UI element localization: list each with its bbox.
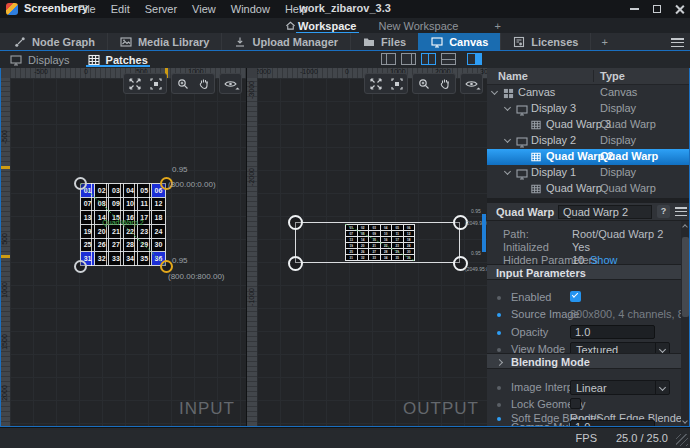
menu-server[interactable]: Server — [145, 3, 177, 15]
tree-row-quad-warp-2[interactable]: Quad Warp 2Quad Warp — [487, 149, 690, 165]
scrollbar-thumb[interactable] — [682, 237, 689, 317]
properties-menu-icon[interactable] — [675, 207, 687, 216]
grid-cell: 02 — [95, 184, 108, 197]
expander-icon[interactable] — [491, 88, 498, 95]
initialized-label: Initialized — [503, 241, 549, 253]
param-dot — [497, 313, 501, 317]
grid-cell: 28 — [124, 239, 137, 252]
gamma-input[interactable] — [570, 420, 655, 427]
section-blending-mode[interactable]: Blending Mode — [487, 353, 690, 369]
scroll-down-icon[interactable] — [682, 418, 688, 424]
grid-cell: 17 — [138, 211, 151, 224]
menu-view[interactable]: View — [192, 3, 216, 15]
add-workspace-button[interactable]: + — [480, 20, 500, 32]
tab-upload-manager[interactable]: Upload Manager — [221, 33, 350, 50]
help-button[interactable]: ? — [657, 205, 670, 218]
section-title: Input Parameters — [496, 267, 586, 279]
grid-cell: 05 — [138, 184, 151, 197]
input-canvas-pane[interactable]: -50005001000 -500500100015002000 — [0, 68, 246, 427]
vertical-scrollbar-thumb[interactable] — [482, 214, 486, 252]
enabled-checkbox[interactable] — [570, 291, 581, 302]
view-options-eye-icon[interactable] — [461, 74, 482, 93]
workspace-tab-new-workspace[interactable]: New Workspace — [379, 20, 459, 32]
tree-row-quad-warp[interactable]: Quad WarpQuad Warp — [487, 181, 690, 197]
node-name-input[interactable] — [558, 205, 652, 219]
lock-geometry-checkbox[interactable] — [570, 398, 581, 409]
display-icon — [516, 136, 528, 148]
opacity-input[interactable] — [570, 325, 655, 339]
tab-node-graph[interactable]: Node Graph — [2, 33, 107, 50]
handle-value-label: 0.95 — [471, 250, 481, 256]
tree-row-display-2[interactable]: Display 2Display — [487, 133, 690, 149]
quad-handle-top-left[interactable] — [288, 215, 303, 230]
pane-divider[interactable] — [246, 68, 247, 427]
quad-warp-grid-object[interactable]: 0102030405060708091011121314151617181920… — [80, 183, 166, 266]
layout-left-pane-icon[interactable] — [381, 53, 396, 65]
tree-row-canvas[interactable]: CanvasCanvas — [487, 85, 690, 101]
properties-scrollbar[interactable] — [681, 221, 690, 427]
check-icon — [572, 291, 578, 297]
menu-edit[interactable]: Edit — [111, 3, 130, 15]
view-options-eye-icon[interactable] — [220, 74, 241, 93]
fit-view-icon[interactable] — [124, 74, 145, 93]
grid-cell: 03 — [109, 184, 122, 197]
tab-canvas[interactable]: Canvas — [418, 33, 500, 50]
pan-hand-icon[interactable] — [434, 74, 455, 93]
expander-icon[interactable] — [504, 136, 511, 143]
tab-media-library[interactable]: Media Library — [107, 33, 222, 50]
tree-row-quad-warp-3[interactable]: Quad Warp 3Quad Warp — [487, 117, 690, 133]
tree-row-display-1[interactable]: Display 1Display — [487, 165, 690, 181]
subtab-patches[interactable]: Patches — [88, 51, 148, 68]
warp-handle-top-left[interactable] — [74, 177, 87, 190]
menu-file[interactable]: File — [78, 3, 96, 15]
ruler-corner — [0, 68, 10, 78]
expander-icon[interactable] — [504, 168, 511, 175]
add-tab-button[interactable]: + — [590, 33, 617, 50]
tree-row-display-3[interactable]: Display 3Display — [487, 101, 690, 117]
pan-hand-icon[interactable] — [193, 74, 214, 93]
grid-cell: 11 — [138, 198, 151, 211]
subtab-displays[interactable]: Displays — [10, 51, 70, 68]
zoom-icon[interactable] — [172, 74, 193, 93]
zoom-icon[interactable] — [413, 74, 434, 93]
layout-two-rows-icon[interactable] — [441, 53, 456, 65]
close-button[interactable] — [675, 5, 684, 14]
warp-handle-bottom-left[interactable] — [74, 260, 87, 273]
maximize-button[interactable] — [653, 5, 661, 13]
tab-overflow-menu-icon[interactable] — [671, 38, 684, 47]
grid-cell: 29 — [138, 239, 151, 252]
source-image-value: 800x800, 4 channels, 8 bpc. Re... — [570, 308, 682, 320]
fit-view-icon[interactable] — [365, 74, 386, 93]
image-interpolation-dropdown[interactable]: Linear — [570, 380, 670, 395]
node-type-label: Quad Warp — [496, 206, 554, 218]
ruler-corner — [247, 68, 257, 78]
sub-tab-bar: DisplaysPatches — [0, 51, 690, 68]
layout-sidebar-icon[interactable] — [467, 53, 482, 65]
resize-grip[interactable] — [676, 434, 688, 446]
home-icon[interactable] — [285, 20, 296, 31]
display-icon — [516, 168, 528, 180]
warp-handle-bottom-right[interactable] — [160, 260, 173, 273]
ruler-label: -500 — [34, 68, 48, 75]
workspace-tab-workspace[interactable]: Workspace — [298, 20, 357, 32]
path-value: Root/Quad Warp 2 — [572, 228, 663, 240]
param-dot — [497, 331, 501, 335]
path-row: Path: Root/Quad Warp 2 — [487, 228, 677, 241]
frame-selection-icon[interactable] — [145, 74, 166, 93]
layout-two-columns-icon[interactable] — [421, 53, 436, 65]
expander-icon[interactable] — [504, 104, 511, 111]
fps-label: FPS — [576, 432, 597, 444]
quad-handle-bottom-left[interactable] — [288, 256, 303, 271]
layout-right-pane-icon[interactable] — [401, 53, 416, 65]
frame-selection-icon[interactable] — [386, 74, 407, 93]
scroll-up-icon[interactable] — [682, 224, 688, 230]
section-input-parameters[interactable]: Input Parameters — [487, 264, 690, 280]
minimize-button[interactable] — [630, 8, 639, 10]
ruler-label: -2000 — [247, 167, 257, 187]
tab-licenses[interactable]: Licenses — [500, 33, 590, 50]
menu-help[interactable]: Help — [285, 3, 308, 15]
output-canvas-pane[interactable]: -2000-10000100020003000 -3000-2000-1000 — [247, 68, 487, 427]
tab-files[interactable]: Files — [350, 33, 418, 50]
menu-window[interactable]: Window — [231, 3, 270, 15]
ruler-label: -1000 — [247, 287, 257, 307]
